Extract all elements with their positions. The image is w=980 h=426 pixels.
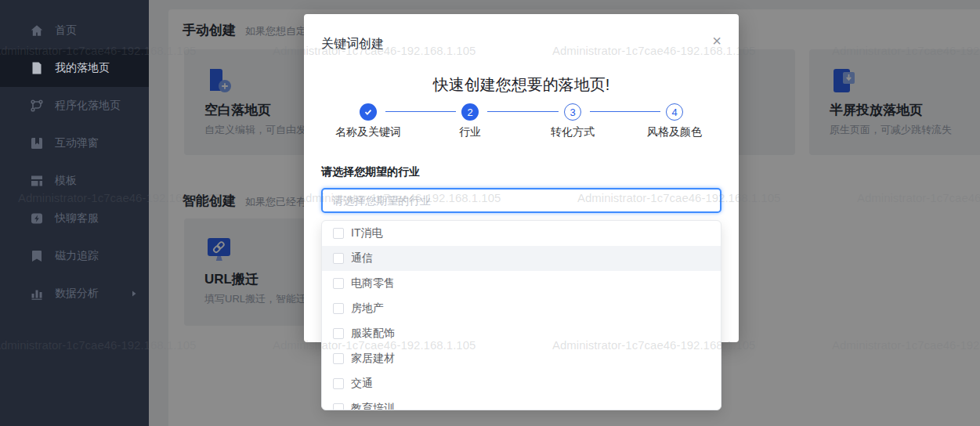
sidebar-item-label: 模板 [55,174,77,188]
dropdown-item[interactable]: 交通 [322,371,721,396]
dropdown-item-label: 电商零售 [351,276,395,291]
step-1-circle [360,103,377,121]
checkbox[interactable] [333,228,344,239]
dropdown-item[interactable]: 房地产 [322,296,721,321]
flow-icon [30,99,44,113]
step-connector [590,111,660,112]
step-connector [487,111,559,112]
step-3-label: 转化方式 [551,125,595,139]
sidebar-item-programmatic[interactable]: 程序化落地页 [0,87,149,125]
checkbox[interactable] [333,403,344,410]
sidebar-item-label: 程序化落地页 [55,99,121,113]
sidebar-item-label: 快聊客服 [55,211,99,226]
step-2-label: 行业 [459,125,481,139]
document-icon [30,61,44,75]
dropdown-item[interactable]: 教育培训 [322,396,721,410]
checkbox[interactable] [333,328,344,339]
industry-field-label: 请选择您期望的行业 [321,165,420,179]
sidebar-item-interactive-popup[interactable]: 互动弹窗 [0,125,149,162]
step-4-label: 风格及颜色 [647,125,702,139]
sidebar-item-data-analysis[interactable]: 数据分析 [0,275,149,312]
sidebar-item-label: 磁力追踪 [55,249,99,263]
dropdown-item[interactable]: 通信 [322,246,721,271]
dropdown-item-label: 交通 [351,377,373,391]
sidebar-item-label: 我的落地页 [55,61,110,75]
checkbox[interactable] [333,253,344,264]
step-4-circle: 4 [666,103,683,121]
dropdown-item[interactable]: IT消电 [322,221,721,246]
dropdown-item-label: IT消电 [351,226,382,240]
sidebar-item-my-landing-pages[interactable]: 我的落地页 [0,49,149,87]
close-icon[interactable]: × [712,33,721,49]
checkbox[interactable] [333,378,344,389]
dropdown-item[interactable]: 家居建材 [322,346,721,371]
checkbox[interactable] [333,303,344,314]
sidebar-item-magnet-tracking[interactable]: 磁力追踪 [0,237,149,275]
chevron-right-icon [130,287,138,300]
sidebar-item-label: 互动弹窗 [55,136,99,150]
template-icon [30,174,44,188]
home-icon [30,23,44,38]
dropdown-item-label: 通信 [351,251,373,265]
dropdown-item-label: 家居建材 [351,352,395,366]
keyword-create-modal: 关键词创建 × 快速创建您想要的落地页! 2 3 4 名称及关键词 行业 转化方… [304,14,739,342]
checkbox[interactable] [333,353,344,364]
step-connector [385,111,456,112]
sidebar-item-templates[interactable]: 模板 [0,162,149,200]
dropdown-item-label: 教育培训 [351,402,395,410]
dropdown-item-label: 房地产 [351,301,384,316]
sidebar-item-label: 首页 [55,23,77,38]
modal-title: 关键词创建 [321,36,384,52]
industry-dropdown: IT消电 通信 电商零售 房地产 服装配饰 家居建材 交通 教育培训 [321,220,721,410]
step-2-circle: 2 [461,103,479,121]
dropdown-item[interactable]: 服装配饰 [322,321,721,346]
dropdown-item-label: 服装配饰 [351,327,395,341]
sidebar-item-quick-chat[interactable]: 快聊客服 [0,200,149,237]
dropdown-item[interactable]: 电商零售 [322,271,721,296]
sidebar-item-home[interactable]: 首页 [0,12,149,49]
chat-lightning-icon [30,211,44,226]
bookmark-icon [30,249,44,263]
checkbox[interactable] [333,278,344,289]
sidebar-item-label: 数据分析 [55,287,99,301]
sidebar: 首页 我的落地页 程序化落地页 互动弹窗 模板 快聊客服 磁力追踪 [0,0,149,426]
step-3-circle: 3 [564,103,581,121]
popup-icon [30,136,44,150]
industry-select-input[interactable] [321,188,721,213]
bar-chart-icon [30,287,44,301]
modal-heading: 快速创建您想要的落地页! [304,74,739,96]
step-1-label: 名称及关键词 [335,125,401,139]
